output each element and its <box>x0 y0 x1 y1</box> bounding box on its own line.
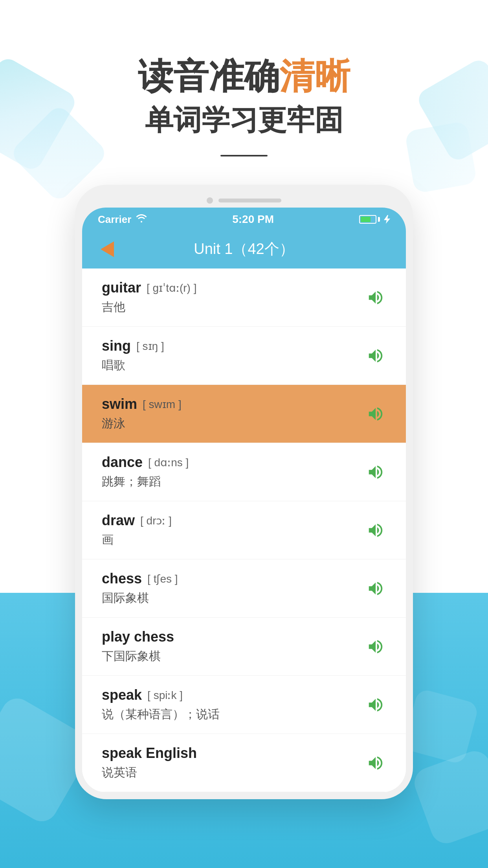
word-text-7: speak <box>102 687 142 703</box>
word-list-item-2[interactable]: swim[ swɪm ]游泳 <box>82 385 406 443</box>
charging-icon <box>384 215 390 224</box>
phone-frame: Carrier 5:20 PM <box>75 185 413 799</box>
word-chinese-4: 画 <box>102 532 365 548</box>
carrier-label: Carrier <box>98 213 131 226</box>
word-chinese-0: 吉他 <box>102 299 365 315</box>
battery-tip <box>378 217 380 222</box>
sound-icon <box>367 289 385 307</box>
wifi-icon <box>136 214 147 225</box>
sound-icon <box>367 521 385 539</box>
word-info-5: chess[ tʃes ]国际象棋 <box>102 570 365 606</box>
status-time: 5:20 PM <box>232 213 274 226</box>
speaker-button-2[interactable] <box>365 403 386 425</box>
word-phonetic-4: [ drɔː ] <box>140 514 172 527</box>
speaker-button-0[interactable] <box>365 287 386 308</box>
back-button[interactable] <box>98 240 117 259</box>
word-list-item-5[interactable]: chess[ tʃes ]国际象棋 <box>82 559 406 618</box>
word-list: guitar[ gɪˈtɑː(r) ]吉他 sing[ sɪŋ ]唱歌 swim… <box>82 268 406 792</box>
word-english-8: speak English <box>102 745 365 761</box>
battery-icon <box>359 215 380 224</box>
bottom-decorative-2 <box>410 747 488 848</box>
phone-camera-dot <box>207 197 213 204</box>
word-english-5: chess[ tʃes ] <box>102 570 365 587</box>
sound-icon <box>367 579 385 598</box>
word-english-1: sing[ sɪŋ ] <box>102 338 365 354</box>
phone-mockup: Carrier 5:20 PM <box>67 185 421 799</box>
word-list-item-3[interactable]: dance[ dɑːns ]跳舞；舞蹈 <box>82 443 406 501</box>
word-text-1: sing <box>102 338 131 354</box>
word-chinese-7: 说（某种语言）；说话 <box>102 706 365 723</box>
nav-title: Unit 1（42个） <box>117 239 371 259</box>
status-right <box>359 215 390 224</box>
word-list-item-7[interactable]: speak[ spiːk ]说（某种语言）；说话 <box>82 676 406 734</box>
speaker-button-3[interactable] <box>365 462 386 483</box>
title-divider <box>220 155 268 156</box>
speaker-button-5[interactable] <box>365 578 386 599</box>
word-info-0: guitar[ gɪˈtɑː(r) ]吉他 <box>102 280 365 315</box>
phone-speaker-bar <box>218 199 281 202</box>
speaker-button-8[interactable] <box>365 752 386 774</box>
header-section: 读音准确清晰 单词学习更牢固 <box>0 0 488 156</box>
word-phonetic-0: [ gɪˈtɑː(r) ] <box>147 281 196 294</box>
word-chinese-8: 说英语 <box>102 765 365 781</box>
word-text-6: play chess <box>102 629 174 645</box>
word-text-4: draw <box>102 512 135 529</box>
title-text-highlight: 清晰 <box>279 57 350 96</box>
word-phonetic-7: [ spiːk ] <box>147 689 183 702</box>
word-chinese-5: 国际象棋 <box>102 590 365 606</box>
word-chinese-2: 游泳 <box>102 416 365 432</box>
word-info-2: swim[ swɪm ]游泳 <box>102 396 365 432</box>
word-info-3: dance[ dɑːns ]跳舞；舞蹈 <box>102 454 365 490</box>
word-english-7: speak[ spiːk ] <box>102 687 365 703</box>
battery-fill <box>361 217 371 222</box>
status-left: Carrier <box>98 213 147 226</box>
word-phonetic-5: [ tʃes ] <box>147 572 178 585</box>
speaker-button-1[interactable] <box>365 345 386 366</box>
title-text-dark: 读音准确 <box>138 57 279 96</box>
word-text-8: speak English <box>102 745 197 761</box>
word-english-0: guitar[ gɪˈtɑː(r) ] <box>102 280 365 296</box>
sound-icon <box>367 638 385 656</box>
word-phonetic-2: [ swɪm ] <box>143 398 182 411</box>
sound-icon <box>367 347 385 365</box>
speaker-button-6[interactable] <box>365 636 386 657</box>
word-english-3: dance[ dɑːns ] <box>102 454 365 471</box>
word-phonetic-1: [ sɪŋ ] <box>136 340 164 353</box>
word-list-item-0[interactable]: guitar[ gɪˈtɑː(r) ]吉他 <box>82 268 406 327</box>
word-english-4: draw[ drɔː ] <box>102 512 365 529</box>
back-arrow-icon <box>101 241 114 257</box>
word-text-5: chess <box>102 570 142 587</box>
sound-icon <box>367 696 385 714</box>
word-chinese-1: 唱歌 <box>102 357 365 373</box>
word-chinese-3: 跳舞；舞蹈 <box>102 474 365 490</box>
word-list-item-6[interactable]: play chess下国际象棋 <box>82 618 406 676</box>
speaker-button-4[interactable] <box>365 520 386 541</box>
battery-body <box>359 215 376 224</box>
page-title-line1: 读音准确清晰 <box>0 55 488 97</box>
speaker-button-7[interactable] <box>365 694 386 715</box>
word-english-2: swim[ swɪm ] <box>102 396 365 412</box>
word-chinese-6: 下国际象棋 <box>102 648 365 664</box>
sound-icon <box>367 405 385 423</box>
word-text-2: swim <box>102 396 137 412</box>
word-phonetic-3: [ dɑːns ] <box>148 456 189 469</box>
sound-icon <box>367 463 385 481</box>
word-info-1: sing[ sɪŋ ]唱歌 <box>102 338 365 373</box>
status-bar: Carrier 5:20 PM <box>82 208 406 231</box>
word-info-6: play chess下国际象棋 <box>102 629 365 664</box>
word-list-item-1[interactable]: sing[ sɪŋ ]唱歌 <box>82 327 406 385</box>
word-english-6: play chess <box>102 629 365 645</box>
word-list-item-8[interactable]: speak English说英语 <box>82 734 406 792</box>
word-info-7: speak[ spiːk ]说（某种语言）；说话 <box>102 687 365 723</box>
page-title-line2: 单词学习更牢固 <box>0 101 488 139</box>
word-text-0: guitar <box>102 280 141 296</box>
app-navigation-bar: Unit 1（42个） <box>82 231 406 268</box>
sound-icon <box>367 754 385 772</box>
word-info-4: draw[ drɔː ]画 <box>102 512 365 548</box>
word-text-3: dance <box>102 454 143 471</box>
word-info-8: speak English说英语 <box>102 745 365 781</box>
word-list-item-4[interactable]: draw[ drɔː ]画 <box>82 501 406 559</box>
phone-notch-area <box>82 192 406 208</box>
phone-screen: Carrier 5:20 PM <box>82 208 406 792</box>
